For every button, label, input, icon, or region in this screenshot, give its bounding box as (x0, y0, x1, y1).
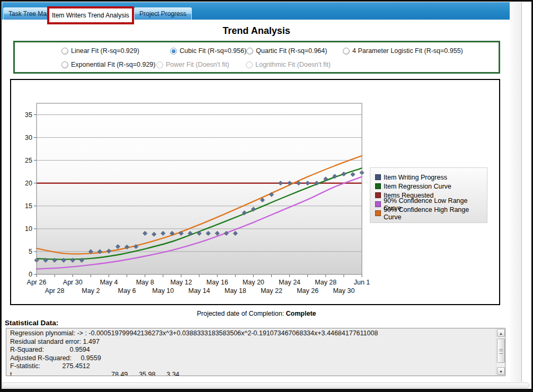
window-vertical-scroll-area[interactable] (510, 2, 522, 382)
svg-text:May 24: May 24 (279, 279, 300, 286)
radio-label: Power Fit (Doesn't fit) (166, 61, 229, 68)
window-horizontal-scrollbar[interactable] (2, 382, 529, 388)
legend-swatch-icon (375, 192, 381, 198)
tab-project-progress[interactable]: Project Progress (134, 7, 192, 20)
statistical-data-heading: Statistical Data: (5, 319, 58, 327)
svg-text:Apr 30: Apr 30 (63, 279, 83, 286)
legend-item: Item Regression Curve (375, 182, 483, 191)
legend-swatch-icon (375, 174, 381, 180)
radio-logrithmic-fit-doesn-t-fit[interactable]: Logrithmic Fit (Doesn't fit) (246, 61, 331, 68)
radio-icon (156, 61, 163, 68)
legend-swatch-icon (375, 210, 381, 216)
tab-strip: Task Tree Map Item Writers Trend Analysi… (2, 2, 510, 20)
legend-label: Item Writing Progress (384, 174, 447, 181)
fit-options-row-1: Linear Fit (R-sq=0.929)Cubic Fit (R-sq=0… (15, 47, 499, 57)
svg-text:May 26: May 26 (297, 287, 318, 295)
svg-text:May 28: May 28 (315, 279, 336, 286)
scroll-down-icon[interactable]: ▼ (497, 367, 505, 375)
svg-text:15: 15 (25, 202, 32, 210)
radio-icon (246, 48, 253, 55)
svg-text:May 4: May 4 (100, 279, 118, 286)
stat-line: R-Squared: 0.9594 (10, 346, 495, 354)
trend-chart-panel: 05101520253035Apr 26Apr 30May 4May 8May … (10, 79, 500, 305)
app-window: Task Tree Map Item Writers Trend Analysi… (0, 0, 533, 392)
legend-swatch-icon (375, 201, 381, 207)
radio-4-parameter-logistic-fit-r-sq-0-955[interactable]: 4 Parameter Logistic Fit (R-sq=0.955) (343, 47, 463, 55)
radio-icon (61, 48, 68, 55)
svg-text:May 22: May 22 (261, 287, 282, 295)
legend-item: 90% Confidence High Range Curve (375, 209, 483, 218)
radio-linear-fit-r-sq-0-929[interactable]: Linear Fit (R-sq=0.929) (61, 47, 139, 55)
radio-label: Linear Fit (R-sq=0.929) (71, 47, 139, 55)
svg-text:May 30: May 30 (333, 287, 354, 295)
svg-text:May 20: May 20 (243, 279, 264, 286)
radio-cubic-fit-r-sq-0-956[interactable]: Cubic Fit (R-sq=0.956) (170, 47, 246, 55)
svg-text:May 12: May 12 (170, 279, 192, 286)
radio-quartic-fit-r-sq-0-964[interactable]: Quartic Fit (R-sq=0.964) (246, 47, 327, 55)
stat-line: F-statistic: 275.4512 (10, 362, 495, 371)
svg-text:0: 0 (29, 271, 32, 278)
statistical-data-text: Regression plynomial: -> : -0.0005197999… (6, 329, 495, 376)
radio-icon (246, 61, 253, 68)
radio-label: 4 Parameter Logistic Fit (R-sq=0.955) (352, 47, 463, 55)
projected-completion-label: Projected date of Completion: (197, 310, 286, 317)
projected-completion: Projected date of Completion: Complete (2, 310, 511, 317)
legend-swatch-icon (375, 183, 381, 189)
scroll-up-icon[interactable]: ▲ (497, 329, 505, 337)
svg-text:May 18: May 18 (225, 287, 246, 295)
stat-line: Regression plynomial: -> : -0.0005197999… (10, 329, 495, 338)
stats-scrollbar[interactable]: ▲ ▼ (496, 328, 505, 376)
svg-text:25: 25 (25, 157, 32, 164)
radio-label: Logrithmic Fit (Doesn't fit) (255, 61, 331, 68)
svg-text:May 16: May 16 (207, 279, 228, 286)
svg-text:35: 35 (25, 111, 32, 119)
scroll-thumb[interactable] (497, 338, 505, 363)
statistical-data-textarea[interactable]: Regression plynomial: -> : -0.0005197999… (6, 328, 505, 376)
legend-label: 90% Confidence High Range Curve (384, 206, 483, 221)
stat-line: Adjusted R-Squared: 0.9559 (10, 354, 495, 363)
legend-label: Item Regression Curve (384, 183, 451, 190)
svg-text:Jun 1: Jun 1 (354, 279, 370, 286)
projected-completion-value: Complete (286, 310, 316, 317)
svg-text:30: 30 (25, 134, 32, 141)
chart-legend: Item Writing ProgressItem Regression Cur… (370, 167, 487, 223)
radio-icon (343, 48, 350, 55)
radio-exponential-fit-r-sq-0-929[interactable]: Exponential Fit (R-sq=0.929) (61, 61, 155, 68)
svg-text:May 14: May 14 (189, 287, 210, 295)
svg-text:May 10: May 10 (152, 287, 174, 295)
radio-label: Exponential Fit (R-sq=0.929) (71, 61, 155, 68)
stat-line-clipped: t 78.49 35.98 3.34 (10, 371, 495, 376)
radio-power-fit-doesn-t-fit[interactable]: Power Fit (Doesn't fit) (156, 61, 229, 68)
radio-label: Cubic Fit (R-sq=0.956) (180, 47, 246, 55)
svg-text:May 2: May 2 (82, 287, 100, 295)
svg-text:5: 5 (29, 248, 32, 255)
tab-item-writers-trend-analysis[interactable]: Item Writers Trend Analysis (49, 8, 132, 22)
fit-options-row-2: Exponential Fit (R-sq=0.929)Power Fit (D… (15, 61, 499, 70)
scroll-thumb-grip (499, 349, 503, 354)
radio-icon (170, 48, 177, 55)
svg-text:Apr 28: Apr 28 (45, 287, 65, 295)
fit-options-group: Linear Fit (R-sq=0.929)Cubic Fit (R-sq=0… (13, 41, 500, 74)
svg-text:20: 20 (25, 180, 32, 187)
svg-text:May 8: May 8 (136, 279, 154, 286)
page-title: Trend Analysis (2, 25, 511, 37)
radio-icon (61, 61, 68, 68)
svg-text:10: 10 (25, 225, 32, 233)
radio-label: Quartic Fit (R-sq=0.964) (256, 47, 327, 55)
svg-text:Apr 26: Apr 26 (27, 279, 47, 286)
trend-chart: 05101520253035Apr 26Apr 30May 4May 8May … (11, 80, 377, 304)
stat-line: Residual standard error: 1.497 (10, 338, 495, 346)
legend-item: Item Writing Progress (375, 173, 483, 182)
svg-text:May 6: May 6 (118, 287, 136, 295)
selected-tab-annotation: Item Writers Trend Analysis (47, 6, 134, 24)
